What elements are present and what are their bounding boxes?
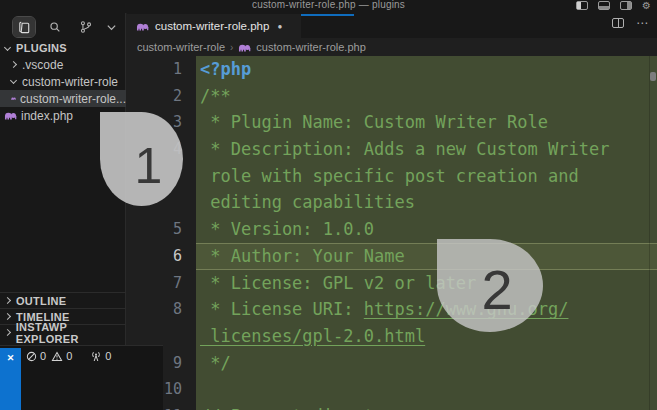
tree-item-label: index.php <box>21 109 73 123</box>
code-token: editing capabilities <box>200 192 415 212</box>
chevron-right-icon <box>4 313 11 320</box>
panel-header-instawp-explorer[interactable]: INSTAWP EXPLORER <box>0 324 126 340</box>
layout-sidebar-right-icon[interactable] <box>620 1 632 10</box>
code-token: * Plugin Name: Custom Writer Role <box>200 112 548 132</box>
line-text: /** <box>196 83 657 110</box>
line-text: <?php <box>196 56 657 83</box>
tab-label: custom-writer-role.php <box>155 20 269 32</box>
code-token: <?php <box>200 59 251 79</box>
error-count: 0 <box>40 350 46 362</box>
breadcrumb-separator-icon: › <box>230 42 233 53</box>
panel-header-outline[interactable]: OUTLINE <box>0 292 126 308</box>
code-line-5[interactable]: 5 * Version: 1.0.0 <box>127 216 657 243</box>
split-editor-icon[interactable] <box>612 18 624 28</box>
ports-count: 0 <box>105 350 111 362</box>
workspace-name: PLUGINS <box>16 42 67 54</box>
code-editor[interactable]: 1<?php2/**3 * Plugin Name: Custom Writer… <box>127 56 657 410</box>
code-line-8[interactable]: 8 * License URI: https://www.gnu.org/ <box>127 296 657 323</box>
line-number: 2 <box>127 83 196 110</box>
source-control-icon[interactable] <box>75 17 97 37</box>
sidebar-bottom-panels: OUTLINETIMELINEINSTAWP EXPLORER <box>0 292 126 340</box>
line-text: */ <box>196 350 657 377</box>
modified-dot: ● <box>277 22 282 31</box>
warning-count: 0 <box>66 350 72 362</box>
layout-panel-icon[interactable] <box>598 1 610 10</box>
panel-label: OUTLINE <box>16 295 66 307</box>
customize-layout-icon[interactable]: ⚙ <box>642 1 651 10</box>
code-token: * Author: Your Name <box>200 246 405 266</box>
breadcrumb: custom-writer-role › custom-writer-role.… <box>127 38 657 56</box>
code-token: */ <box>200 353 231 373</box>
tab-custom-writer-role[interactable]: custom-writer-role.php ● <box>127 14 301 38</box>
error-icon <box>26 351 37 362</box>
php-file-icon <box>238 42 251 53</box>
code-token: * License: GPL v2 or later <box>200 273 476 293</box>
code-line-6[interactable]: 6 * Author: Your Name <box>127 243 657 270</box>
explorer-icon[interactable] <box>13 17 35 37</box>
code-line-wrap[interactable]: role with specific post creation and <box>127 163 657 190</box>
chevron-right-icon <box>10 61 17 68</box>
line-number: 1 <box>127 56 196 83</box>
code-token: * Description: Adds a new Custom Writer <box>200 139 609 159</box>
more-views-icon[interactable] <box>106 22 117 33</box>
line-text: * License: GPL v2 or later <box>196 270 657 297</box>
chevron-down-icon <box>10 77 17 84</box>
ports-icon <box>90 350 102 362</box>
breadcrumb-file[interactable]: custom-writer-role.php <box>256 41 365 53</box>
code-token: role with specific post creation and <box>200 166 579 186</box>
line-text <box>196 376 657 403</box>
line-text: // Prevent direct access <box>196 403 657 410</box>
tab-file-icon <box>136 21 149 32</box>
status-panel: ✕ 0 0 0 <box>0 345 163 410</box>
code-line-11[interactable]: 11// Prevent direct access <box>127 403 657 410</box>
code-line-10[interactable]: 10 <box>127 376 657 403</box>
layout-sidebar-left-icon[interactable] <box>576 1 588 10</box>
remote-indicator[interactable]: ✕ <box>0 348 21 410</box>
file-row-custom-writer-role-[interactable]: custom-writer-role... <box>0 90 126 107</box>
problems-status[interactable]: 0 0 0 <box>26 350 111 362</box>
folder-row-custom-writer-role[interactable]: custom-writer-role <box>0 73 126 90</box>
step-marker-1: 1 <box>100 112 183 206</box>
breadcrumb-folder[interactable]: custom-writer-role <box>137 41 225 53</box>
scrollbar-thumb[interactable] <box>650 72 656 81</box>
step-marker-2: 2 <box>437 239 543 332</box>
code-token: * License URI: <box>200 299 364 319</box>
code-token: // Prevent direct access <box>200 406 446 410</box>
code-line-9[interactable]: 9 */ <box>127 350 657 377</box>
explorer-section-header[interactable]: PLUGINS <box>0 40 126 56</box>
php-file-icon <box>4 110 17 121</box>
window-title: custom-writer-role.php — plugins <box>0 0 657 10</box>
search-icon[interactable] <box>44 17 66 37</box>
chevron-right-icon <box>4 329 11 336</box>
line-number: 6 <box>127 243 196 270</box>
wrap-guide <box>649 56 650 410</box>
code-link[interactable]: licenses/gpl-2.0.html <box>200 326 425 346</box>
activity-bar <box>0 14 126 40</box>
vscode-window: custom-writer-role.php — plugins ⚙ <box>0 0 657 410</box>
editor-more-actions-icon[interactable]: ⋯ <box>636 18 649 28</box>
line-text: licenses/gpl-2.0.html <box>196 323 657 350</box>
panel-label: INSTAWP EXPLORER <box>16 321 126 345</box>
line-text: role with specific post creation and <box>196 163 657 190</box>
code-token: * Version: 1.0.0 <box>200 219 374 239</box>
tree-item-label: .vscode <box>22 58 63 72</box>
code-line-wrap[interactable]: editing capabilities <box>127 189 657 216</box>
code-line-wrap[interactable]: licenses/gpl-2.0.html <box>127 323 657 350</box>
title-bar: custom-writer-role.php — plugins ⚙ <box>0 0 657 13</box>
folder-row--vscode[interactable]: .vscode <box>0 56 126 73</box>
code-line-2[interactable]: 2/** <box>127 83 657 110</box>
line-text: * Description: Adds a new Custom Writer <box>196 136 657 163</box>
line-text: * Plugin Name: Custom Writer Role <box>196 109 657 136</box>
php-file-icon <box>136 21 149 32</box>
code-line-1[interactable]: 1<?php <box>127 56 657 83</box>
php-file-icon <box>11 93 16 104</box>
code-line-3[interactable]: 3 * Plugin Name: Custom Writer Role <box>127 109 657 136</box>
chevron-right-icon <box>4 297 11 304</box>
breadcrumb-file-icon <box>238 42 251 53</box>
warning-icon <box>51 351 63 362</box>
code-line-4[interactable]: 4 * Description: Adds a new Custom Write… <box>127 136 657 163</box>
code-token: /** <box>200 86 231 106</box>
code-line-7[interactable]: 7 * License: GPL v2 or later <box>127 270 657 297</box>
tree-item-label: custom-writer-role... <box>20 92 126 106</box>
tree-item-label: custom-writer-role <box>22 75 118 89</box>
